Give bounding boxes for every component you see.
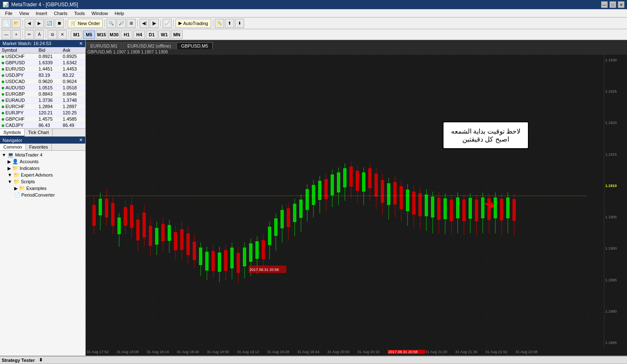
market-watch-close[interactable]: ✕ xyxy=(79,41,83,46)
market-watch-row[interactable]: USDCHF 0.8921 0.8925 xyxy=(0,53,85,60)
open-button[interactable]: 📂 xyxy=(12,19,21,28)
nav-tab-favorites[interactable]: Favorites xyxy=(26,144,52,150)
nav-period-converter-label: PeriodConverter xyxy=(21,192,55,197)
market-watch-row[interactable]: EURAUD 1.3736 1.3748 xyxy=(0,97,85,104)
market-watch-row[interactable]: EURCHF 1.2894 1.2897 xyxy=(0,104,85,110)
new-order-button[interactable]: 🛒 New Order xyxy=(68,19,103,28)
menu-insert[interactable]: Insert xyxy=(32,9,51,18)
tab-symbols[interactable]: Symbols xyxy=(0,129,25,136)
market-watch-row[interactable]: GBPUSD 1.6339 1.6342 xyxy=(0,60,85,66)
menu-window[interactable]: Window xyxy=(88,9,111,18)
navigator-close[interactable]: ✕ xyxy=(79,137,83,143)
restore-button[interactable]: □ xyxy=(609,1,616,8)
refresh-button[interactable]: 🔄 xyxy=(45,19,54,28)
stop-button[interactable]: ⏹ xyxy=(55,19,64,28)
nav-tab-common[interactable]: Common xyxy=(0,144,26,150)
zoom-in-button[interactable]: 🔍 xyxy=(107,19,116,28)
indicators-button[interactable]: 📈 xyxy=(163,19,172,28)
new-order-icon: 🛒 xyxy=(71,20,76,26)
svg-rect-120 xyxy=(462,200,466,221)
nav-expert-advisors[interactable]: ▼ 📁 Expert Advisors xyxy=(1,172,84,178)
text-tool[interactable]: A xyxy=(35,30,44,39)
autotrading-button[interactable]: ▶ AutoTrading xyxy=(176,19,211,28)
menu-charts[interactable]: Charts xyxy=(51,9,71,18)
bid-cell: 86.43 xyxy=(37,122,61,129)
menu-help[interactable]: Help xyxy=(111,9,127,18)
grid-button[interactable]: ⊞ xyxy=(127,19,136,28)
title-bar-text: MetaTrader 4 - [GBPUSD,M5] xyxy=(11,2,78,8)
trendline-button[interactable]: 📏 xyxy=(215,19,224,28)
menu-tools[interactable]: Tools xyxy=(71,9,88,18)
chart-tab-eurusd-m1[interactable]: EURUSD,M1 xyxy=(86,42,122,49)
arrow-down-button[interactable]: ⬇ xyxy=(235,19,244,28)
market-watch-row[interactable]: EURUSD 1.4451 1.4453 xyxy=(0,66,85,72)
price-8: 1.1895 xyxy=(605,278,626,282)
nav-period-converter[interactable]: 📄 PeriodConverter xyxy=(1,192,84,198)
resize-handle[interactable]: ⬍ xyxy=(39,357,43,363)
nav-scripts[interactable]: ▼ 📁 Scripts xyxy=(1,178,84,185)
market-watch-row[interactable]: GBPCHF 1.4575 1.4585 xyxy=(0,116,85,122)
price-1: 1.1930 xyxy=(605,58,626,62)
period-h1[interactable]: H1 xyxy=(121,30,133,39)
ask-cell: 1.4453 xyxy=(61,66,85,72)
period-m1[interactable]: M1 xyxy=(71,30,82,39)
zoom-out-button[interactable]: 🔎 xyxy=(117,19,126,28)
chart-tab-eurusd-m2[interactable]: EURUSD,M2 (offline) xyxy=(123,42,176,49)
back-button[interactable]: ◀ xyxy=(25,19,34,28)
period-mn[interactable]: MN xyxy=(171,30,183,39)
title-bar: 📊 MetaTrader 4 - [GBPUSD,M5] — □ ✕ xyxy=(0,0,627,9)
close-button[interactable]: ✕ xyxy=(618,1,624,8)
tab-tick-chart[interactable]: Tick Chart xyxy=(25,129,53,136)
period-m15[interactable]: M15 xyxy=(96,30,107,39)
expand-examples-icon: ▶ xyxy=(14,186,18,191)
svg-rect-44 xyxy=(224,250,227,271)
chart-tab-gbpusd-m5[interactable]: GBPUSD,M5 xyxy=(176,42,213,49)
nav-examples[interactable]: ▶ 📁 Examples xyxy=(1,185,84,192)
time-12: 31 Aug 21:36 xyxy=(455,350,485,354)
period-h4[interactable]: H4 xyxy=(133,30,145,39)
draw-tool[interactable]: ✏ xyxy=(25,30,34,39)
period-m30[interactable]: M30 xyxy=(108,30,120,39)
period-d1[interactable]: D1 xyxy=(146,30,158,39)
menu-file[interactable]: File xyxy=(2,9,16,18)
market-watch-row[interactable]: AUDUSD 1.0515 1.0518 xyxy=(0,85,85,91)
market-watch-row[interactable]: USDJPY 83.19 83.22 xyxy=(0,72,85,78)
svg-rect-116 xyxy=(450,200,453,221)
market-watch-row[interactable]: EURGBP 0.8843 0.8846 xyxy=(0,91,85,97)
nav-accounts[interactable]: ▶ 👤 Accounts xyxy=(1,158,84,165)
svg-rect-22 xyxy=(155,228,158,245)
bid-cell: 1.0515 xyxy=(37,85,61,91)
price-axis: 1.1930 1.1925 1.1920 1.1915 1.1910 1.190… xyxy=(604,55,627,348)
period-w1[interactable]: W1 xyxy=(158,30,170,39)
svg-rect-2 xyxy=(92,205,96,226)
ask-cell: 86.49 xyxy=(61,122,85,129)
line-tool[interactable]: — xyxy=(2,30,11,39)
nav-examples-label: Examples xyxy=(26,186,46,191)
chart-right-button[interactable]: |▶ xyxy=(150,19,159,28)
chart-canvas[interactable]: 2017.08.31 20:58 لاحظ توقيت بداية الشمعه… xyxy=(86,55,604,348)
forward-button[interactable]: ▶ xyxy=(35,19,44,28)
time-10: 31 Aug 20:16 xyxy=(357,350,387,354)
chart-left-button[interactable]: ◀| xyxy=(140,19,149,28)
new-button[interactable]: 📄 xyxy=(2,19,11,28)
menu-view[interactable]: View xyxy=(16,9,33,18)
svg-rect-36 xyxy=(199,248,202,265)
market-watch-row[interactable]: CADJPY 86.43 86.49 xyxy=(0,122,85,129)
nav-metatrader4[interactable]: ▼ 💻 MetaTrader 4 xyxy=(1,152,84,158)
market-watch-row[interactable]: EURJPY 120.21 120.25 xyxy=(0,110,85,116)
arrow-up-button[interactable]: ⬆ xyxy=(225,19,234,28)
svg-rect-50 xyxy=(243,248,246,266)
market-watch-row[interactable]: USDCAD 0.9620 0.9624 xyxy=(0,78,85,85)
sep10 xyxy=(69,31,69,38)
chart-area: EURUSD,M1 EURUSD,M2 (offline) GBPUSD,M5 … xyxy=(86,40,627,356)
crosshair-tool[interactable]: + xyxy=(12,30,21,39)
ask-cell: 83.22 xyxy=(61,72,85,78)
nav-indicators[interactable]: ▶ 📁 Indicators xyxy=(1,165,84,172)
sep1 xyxy=(23,20,23,27)
svg-rect-92 xyxy=(375,174,378,197)
delete-tool[interactable]: ✕ xyxy=(58,30,67,39)
minimize-button[interactable]: — xyxy=(601,1,608,8)
svg-rect-96 xyxy=(387,183,390,205)
period-m5[interactable]: M5 xyxy=(83,30,95,39)
copy-tool[interactable]: ⧉ xyxy=(48,30,57,39)
